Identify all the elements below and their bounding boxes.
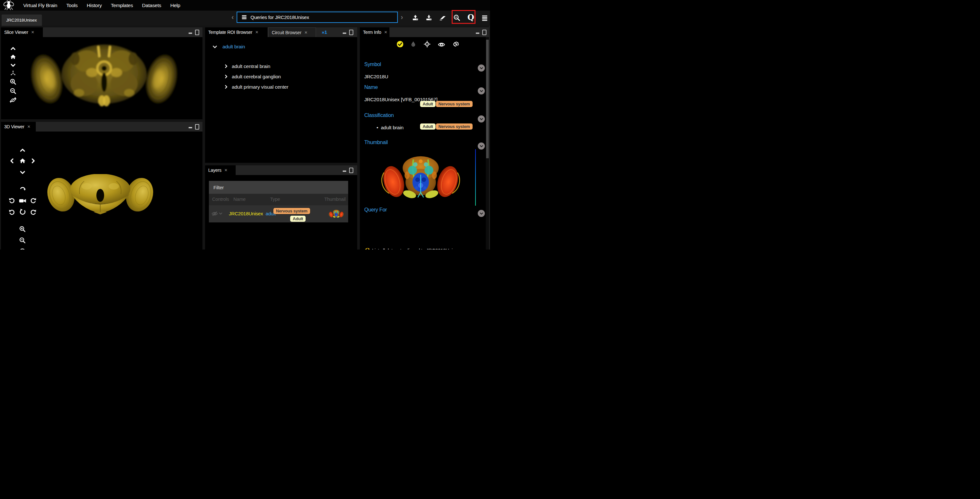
term-info-panel: Term Info✕ Symbol JRC2018U Name JRC2018U… bbox=[360, 27, 489, 249]
tab-circuit-browser[interactable]: Circuit Browser✕ bbox=[268, 27, 316, 37]
term-info-scrollbar[interactable] bbox=[486, 37, 489, 249]
close-icon[interactable]: ✕ bbox=[304, 30, 307, 35]
pan-up-icon[interactable] bbox=[19, 147, 26, 153]
minimize-icon[interactable] bbox=[343, 170, 346, 172]
search-menu-icon[interactable] bbox=[241, 14, 247, 20]
tree-node-adult-central-brain[interactable]: adult central brain bbox=[232, 64, 270, 69]
menu-help[interactable]: Help bbox=[170, 3, 180, 8]
tab-overflow-badge[interactable]: »1 bbox=[322, 29, 327, 35]
rotate-left-icon[interactable] bbox=[8, 197, 15, 204]
roll-left-icon[interactable] bbox=[8, 208, 15, 215]
classification-item[interactable]: • adult brain bbox=[377, 125, 404, 130]
visibility-eye-slash-icon[interactable] bbox=[212, 210, 218, 217]
zoom-out-icon[interactable] bbox=[19, 237, 26, 244]
search-input[interactable]: Queries for JRC2018Unisex bbox=[237, 12, 398, 23]
slice-viewer-panel: Slice Viewer✕ bbox=[1, 27, 202, 119]
minimize-icon[interactable] bbox=[189, 127, 192, 128]
symbol-collapse-icon[interactable] bbox=[478, 65, 485, 72]
spin-animation-icon[interactable] bbox=[19, 186, 26, 193]
maximize-icon[interactable] bbox=[195, 30, 199, 35]
query-search-icon[interactable]: Q bbox=[468, 13, 474, 22]
menu-history[interactable]: History bbox=[87, 3, 102, 8]
clear-eraser-icon[interactable] bbox=[439, 14, 446, 22]
document-tab[interactable]: JRC2018Unisex bbox=[2, 14, 42, 26]
minimize-icon[interactable] bbox=[476, 33, 479, 34]
tab-layers[interactable]: Layers✕ bbox=[205, 165, 235, 175]
zoom-in-icon[interactable] bbox=[19, 226, 26, 232]
name-collapse-icon[interactable] bbox=[478, 87, 485, 94]
term-thumbnail-image[interactable] bbox=[381, 151, 460, 204]
slice-zoom-out-icon[interactable] bbox=[10, 88, 16, 94]
tab-template-roi-browser[interactable]: Template ROI Browser✕ bbox=[205, 27, 267, 37]
slice-up-icon[interactable] bbox=[10, 46, 16, 52]
term-context-list-icon[interactable] bbox=[481, 14, 488, 21]
slice-down-icon[interactable] bbox=[10, 62, 16, 68]
camera-home-icon[interactable] bbox=[19, 157, 26, 164]
tree-node-adult-cerebral-ganglion[interactable]: adult cerebral ganglion bbox=[232, 74, 281, 79]
close-icon[interactable]: ✕ bbox=[384, 30, 388, 35]
layer-thumbnail-image[interactable] bbox=[329, 208, 344, 219]
roll-right-icon[interactable] bbox=[30, 208, 37, 215]
query-for-collapse-icon[interactable] bbox=[478, 210, 485, 217]
menu-tools[interactable]: Tools bbox=[67, 3, 78, 8]
maximize-icon[interactable] bbox=[349, 30, 353, 35]
record-camera-icon[interactable] bbox=[19, 197, 26, 205]
history-back-icon[interactable]: ‹ bbox=[231, 14, 234, 21]
tree-collapsed-icon[interactable] bbox=[224, 84, 229, 89]
maximize-icon[interactable] bbox=[482, 30, 487, 35]
minimize-icon[interactable] bbox=[343, 33, 346, 34]
tree-collapsed-icon[interactable] bbox=[224, 74, 229, 79]
pan-down-icon[interactable] bbox=[19, 169, 26, 176]
layer-name[interactable]: JRC2018Unisex bbox=[229, 211, 263, 216]
slice-axes-icon[interactable] bbox=[10, 70, 16, 76]
tab-slice-viewer[interactable]: Slice Viewer✕ bbox=[1, 27, 43, 37]
selected-check-icon[interactable] bbox=[396, 41, 404, 48]
slice-viewer-canvas[interactable] bbox=[1, 37, 202, 119]
wireframe-globe-icon[interactable] bbox=[19, 248, 26, 249]
classification-collapse-icon[interactable] bbox=[478, 115, 485, 122]
search-icon[interactable] bbox=[453, 14, 460, 21]
close-icon[interactable]: ✕ bbox=[224, 168, 228, 172]
upload-icon[interactable] bbox=[412, 14, 419, 21]
tree-expanded-icon[interactable] bbox=[212, 44, 218, 50]
brain-view-icon[interactable] bbox=[452, 41, 460, 48]
slice-zoom-in-icon[interactable] bbox=[10, 78, 16, 85]
slice-plane-toggle-icon[interactable] bbox=[10, 96, 17, 104]
tab-term-info[interactable]: Term Info✕ bbox=[360, 27, 390, 37]
visibility-eye-icon[interactable] bbox=[438, 41, 445, 48]
stain-droplet-icon[interactable] bbox=[410, 41, 417, 48]
scrollbar-thumb[interactable] bbox=[486, 40, 489, 158]
rotate-right-icon[interactable] bbox=[30, 197, 37, 204]
term-info-header: Term Info✕ bbox=[360, 27, 489, 37]
close-icon[interactable]: ✕ bbox=[27, 124, 30, 129]
download-icon[interactable] bbox=[426, 14, 432, 21]
layer-badge-adult: Adult bbox=[290, 216, 305, 222]
reset-rotation-icon[interactable] bbox=[19, 208, 26, 215]
column-type: Type bbox=[270, 197, 280, 202]
3d-viewer-canvas[interactable] bbox=[1, 132, 202, 249]
close-icon[interactable]: ✕ bbox=[255, 30, 259, 35]
menu-virtual-fly-brain[interactable]: Virtual Fly Brain bbox=[23, 3, 57, 8]
maximize-icon[interactable] bbox=[195, 124, 199, 130]
history-forward-icon[interactable]: › bbox=[401, 14, 403, 21]
controls-chevron-down-icon[interactable] bbox=[219, 211, 223, 216]
term-info-body: Symbol JRC2018U Name JRC2018Unisex [VFB_… bbox=[360, 37, 489, 249]
tree-collapsed-icon[interactable] bbox=[224, 64, 229, 69]
tree-node-adult-primary-visual-center[interactable]: adult primary visual center bbox=[232, 84, 288, 90]
query-item[interactable]: QList all datasets aligned to JRC2018Uni… bbox=[364, 246, 475, 249]
menu-datasets[interactable]: Datasets bbox=[142, 3, 162, 8]
layers-filter-input[interactable]: Filter bbox=[209, 181, 348, 194]
close-icon[interactable]: ✕ bbox=[31, 30, 34, 35]
thumbnail-collapse-icon[interactable] bbox=[478, 143, 485, 149]
center-target-icon[interactable] bbox=[423, 41, 431, 48]
minimize-icon[interactable] bbox=[189, 33, 192, 34]
menu-templates[interactable]: Templates bbox=[111, 3, 133, 8]
maximize-icon[interactable] bbox=[349, 168, 353, 173]
pan-left-icon[interactable] bbox=[9, 157, 15, 164]
layer-row-jrc2018unisex[interactable]: JRC2018Unisex adult brain Nervous system… bbox=[209, 205, 348, 222]
pan-right-icon[interactable] bbox=[30, 157, 37, 164]
slice-home-icon[interactable] bbox=[10, 54, 16, 60]
vfb-fly-logo[interactable] bbox=[3, 0, 15, 11]
tree-node-adult-brain[interactable]: adult brain bbox=[223, 44, 245, 50]
tab-3d-viewer[interactable]: 3D Viewer✕ bbox=[1, 122, 36, 132]
